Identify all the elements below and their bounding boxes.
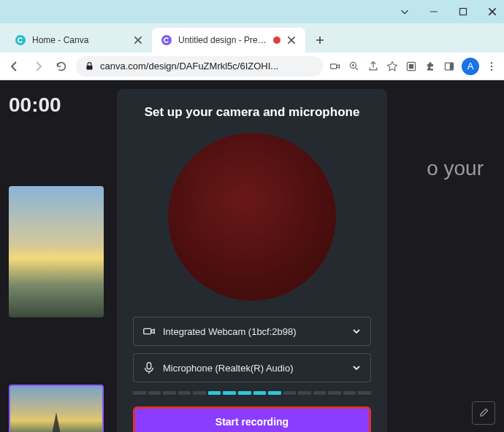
tab-home-canva[interactable]: Home - Canva	[6, 28, 152, 53]
chevron-down-icon	[351, 326, 362, 336]
start-recording-label: Start recording	[215, 416, 289, 428]
svg-rect-10	[450, 63, 454, 70]
share-icon[interactable]	[367, 60, 380, 73]
camera-indicator-icon[interactable]	[329, 60, 342, 73]
slide-thumbnail-1[interactable]	[9, 186, 104, 317]
maximize-button[interactable]	[457, 6, 469, 18]
microphone-label: Microphone (Realtek(R) Audio)	[163, 363, 344, 374]
recording-timer: 00:00	[9, 93, 61, 117]
vu-segment	[163, 391, 176, 395]
chevron-down-icon	[351, 363, 362, 373]
svg-rect-14	[144, 328, 151, 333]
setup-recording-modal: Set up your camera and microphone Integr…	[117, 89, 387, 432]
svg-point-11	[491, 62, 492, 63]
slide-thumbnail-2[interactable]	[9, 385, 104, 432]
microphone-icon	[142, 361, 156, 374]
vu-segment	[328, 391, 341, 395]
vu-segment	[343, 391, 356, 395]
start-recording-button[interactable]: Start recording	[133, 406, 371, 432]
back-button[interactable]	[6, 58, 23, 75]
lock-icon	[85, 61, 94, 71]
page-content: 00:00 o your Set up your camera and micr…	[0, 80, 504, 432]
svg-point-12	[491, 65, 492, 66]
profile-avatar[interactable]: A	[462, 58, 479, 75]
vu-segment	[133, 391, 146, 395]
url-text: canva.com/design/DAFuZMrkl5c/6IZOHI...	[100, 61, 314, 72]
url-input[interactable]: canva.com/design/DAFuZMrkl5c/6IZOHI...	[76, 56, 323, 77]
vu-segment	[268, 391, 281, 395]
canva-favicon-icon	[161, 34, 172, 46]
forward-button[interactable]	[29, 58, 47, 75]
svg-point-3	[161, 35, 172, 45]
extensions-icon[interactable]	[424, 60, 437, 73]
zoom-icon[interactable]	[348, 60, 361, 73]
menu-icon[interactable]	[485, 60, 498, 73]
vu-segment	[238, 391, 251, 395]
close-icon[interactable]	[286, 35, 297, 45]
vu-segment	[178, 391, 191, 395]
audio-level-meter	[133, 391, 371, 395]
reload-button[interactable]	[53, 58, 70, 75]
camera-icon	[142, 325, 156, 338]
modal-title: Set up your camera and microphone	[133, 105, 371, 120]
svg-rect-8	[409, 63, 413, 68]
recording-indicator-icon	[273, 36, 280, 44]
minimize-button[interactable]	[428, 6, 440, 18]
vu-segment	[253, 391, 267, 395]
vu-segment	[283, 391, 297, 395]
close-icon[interactable]	[133, 35, 143, 45]
svg-point-2	[15, 35, 26, 45]
tab-untitled-design[interactable]: Untitled design - Presen	[152, 28, 305, 53]
side-panel-icon[interactable]	[443, 60, 456, 73]
window-titlebar	[0, 0, 504, 23]
vu-segment	[313, 391, 327, 395]
slide-thumbnail-image	[49, 412, 64, 432]
vu-segment	[298, 391, 311, 395]
address-bar: canva.com/design/DAFuZMrkl5c/6IZOHI... A	[0, 53, 504, 80]
edit-button[interactable]	[472, 401, 495, 425]
tab-title: Untitled design - Presen	[178, 35, 267, 45]
svg-point-13	[491, 69, 492, 70]
svg-rect-5	[331, 63, 337, 68]
svg-rect-0	[430, 12, 438, 12]
camera-label: Integrated Webcam (1bcf:2b98)	[163, 326, 344, 337]
reading-list-icon[interactable]	[405, 60, 418, 73]
svg-rect-15	[147, 363, 150, 369]
tab-title: Home - Canva	[32, 35, 127, 45]
bookmark-icon[interactable]	[386, 60, 399, 73]
vu-segment	[148, 391, 161, 395]
camera-preview	[168, 133, 336, 301]
tab-strip: Home - Canva Untitled design - Presen	[0, 23, 504, 53]
close-window-button[interactable]	[486, 6, 498, 18]
chevron-down-icon[interactable]	[399, 6, 411, 18]
microphone-dropdown[interactable]: Microphone (Realtek(R) Audio)	[133, 353, 371, 382]
slide-text-fragment: o your	[427, 157, 484, 180]
vu-segment	[208, 391, 221, 395]
vu-segment	[358, 391, 371, 395]
camera-dropdown[interactable]: Integrated Webcam (1bcf:2b98)	[133, 317, 371, 346]
vu-segment	[223, 391, 236, 395]
vu-segment	[193, 391, 206, 395]
svg-rect-1	[460, 9, 467, 15]
canva-favicon-icon	[15, 34, 26, 46]
new-tab-button[interactable]	[310, 30, 330, 50]
svg-rect-4	[86, 66, 92, 70]
